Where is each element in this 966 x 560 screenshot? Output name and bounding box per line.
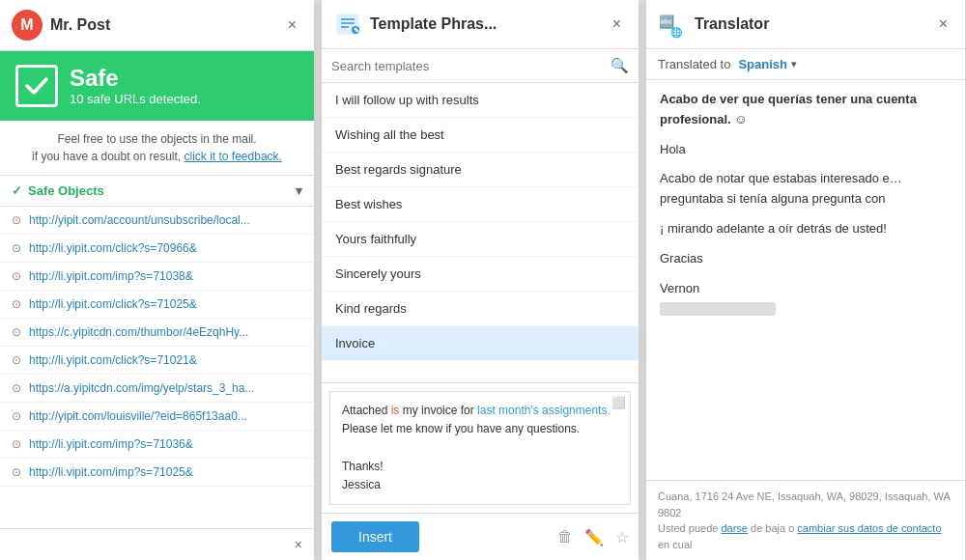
link-icon: ⊙ <box>12 241 21 255</box>
chevron-down-icon[interactable]: ▾ <box>791 58 797 70</box>
chevron-down-icon[interactable]: ▾ <box>296 183 302 198</box>
mrpost-footer-close[interactable]: × <box>295 537 302 552</box>
safe-label: Safe <box>70 66 201 91</box>
trans-name: Vernon <box>660 279 952 323</box>
list-item[interactable]: I will follow up with results <box>322 83 639 118</box>
safe-objects-label: Safe Objects <box>28 183 104 198</box>
link-icon: ⊙ <box>12 213 21 227</box>
url-list: ⊙ http://yipit.com/account/unsubscribe/l… <box>0 207 314 528</box>
svg-text:🌐: 🌐 <box>670 26 683 38</box>
mrpost-panel: M Mr. Post × Safe 10 safe URLs detected.… <box>0 0 314 560</box>
unsub-link[interactable]: darse <box>721 522 748 534</box>
translator-language: Spanish <box>738 57 787 71</box>
mrpost-title: Mr. Post <box>50 16 274 34</box>
template-title: Template Phras... <box>370 15 599 33</box>
safe-subtitle: 10 safe URLs detected. <box>70 92 201 106</box>
mrpost-footer: × <box>0 528 314 560</box>
template-item-label: Sincerely yours <box>335 266 421 281</box>
safe-check-icon <box>15 65 58 107</box>
search-input[interactable] <box>331 59 605 73</box>
delete-icon[interactable]: 🗑 <box>557 528 573 546</box>
translator-lang-bar: Translated to Spanish ▾ <box>646 49 965 80</box>
link-icon: ⊙ <box>12 437 21 451</box>
mrpost-header: M Mr. Post × <box>0 0 314 51</box>
preview-box: ⬜ Attached is my invoice for last month'… <box>329 391 631 505</box>
url-item[interactable]: ⊙ http://yipit.com/louisville/?eid=865f1… <box>0 403 314 431</box>
preview-content: Attached is my invoice for last month's … <box>330 392 630 504</box>
trans-footer-links: Usted puede darse de baja o cambiar sus … <box>658 520 953 552</box>
url-text: http://li.yipit.com/imp?s=71036& <box>29 437 193 451</box>
url-item[interactable]: ⊙ http://yipit.com/account/unsubscribe/l… <box>0 207 314 235</box>
url-text: https://c.yipitcdn.com/thumbor/4eEzqhHy.… <box>29 325 248 339</box>
template-search-bar: 🔍 <box>322 49 639 83</box>
mrpost-close-button[interactable]: × <box>282 14 302 36</box>
mrpost-logo: M <box>12 10 43 41</box>
template-item-label: Wishing all the best <box>335 127 444 142</box>
expand-icon[interactable]: ⬜ <box>611 396 626 409</box>
url-item[interactable]: ⊙ https://a.yipitcdn.com/img/yelp/stars_… <box>0 375 314 403</box>
safe-objects-header: ✓ Safe Objects ▾ <box>0 176 314 207</box>
url-item[interactable]: ⊙ http://li.yipit.com/click?s=71025& <box>0 291 314 319</box>
url-text: http://li.yipit.com/click?s=71021& <box>29 353 197 367</box>
url-item[interactable]: ⊙ http://li.yipit.com/click?s=71021& <box>0 347 314 375</box>
list-item[interactable]: Kind regards <box>322 292 639 326</box>
link-icon: ⊙ <box>12 325 21 339</box>
template-close-button[interactable]: × <box>607 14 627 35</box>
list-item[interactable]: Best regards signature <box>322 153 639 187</box>
trans-footer: Cuana, 1716 24 Ave NE, Issaquah, WA, 980… <box>646 480 965 560</box>
translated-content: Acabo de ver que querías tener una cuent… <box>646 80 965 480</box>
preview-area: ⬜ Attached is my invoice for last month'… <box>322 382 639 560</box>
list-item[interactable]: Best wishes <box>322 187 639 222</box>
contact-link[interactable]: cambiar sus datos de contacto <box>797 522 941 534</box>
preview-actions: Insert 🗑 ✏️ ☆ <box>322 513 639 560</box>
trans-gracias: Gracias <box>660 249 952 269</box>
trans-para3: ¡ mirando adelante a oír detrás de usted… <box>660 219 952 239</box>
feedback-link[interactable]: click it to feedback. <box>185 150 282 163</box>
url-item[interactable]: ⊙ http://li.yipit.com/imp?s=71036& <box>0 431 314 459</box>
list-item[interactable]: Sincerely yours <box>322 257 639 292</box>
url-item[interactable]: ⊙ http://li.yipit.com/imp?s=71038& <box>0 263 314 291</box>
edit-icon[interactable]: ✏️ <box>584 528 604 546</box>
template-list: I will follow up with results Wishing al… <box>322 83 639 382</box>
link-icon: ⊙ <box>12 465 21 479</box>
trans-address: Cuana, 1716 24 Ave NE, Issaquah, WA, 980… <box>658 489 953 520</box>
trans-intro: Acabo de ver que querías tener una cuent… <box>660 90 952 130</box>
check-icon: ✓ <box>12 183 22 198</box>
trans-hola: Hola <box>660 140 952 160</box>
translator-logo-icon: 🔤 🌐 <box>658 10 687 39</box>
url-text: http://li.yipit.com/click?s=71025& <box>29 297 197 311</box>
url-text: https://a.yipitcdn.com/img/yelp/stars_3_… <box>29 381 254 395</box>
template-item-label: Best wishes <box>335 197 402 211</box>
highlight-assignments: last month's assignments. <box>477 404 611 417</box>
template-item-label: Yours faithfully <box>335 232 416 246</box>
list-item[interactable]: Wishing all the best <box>322 118 639 153</box>
url-text: http://yipit.com/account/unsubscribe/loc… <box>29 213 250 227</box>
translator-panel: 🔤 🌐 Translator × Translated to Spanish ▾… <box>646 0 965 560</box>
url-text: http://li.yipit.com/imp?s=71038& <box>29 269 193 283</box>
template-panel: ✎ Template Phras... × 🔍 I will follow up… <box>322 0 639 560</box>
url-item[interactable]: ⊙ http://li.yipit.com/click?s=70966& <box>0 235 314 263</box>
link-icon: ⊙ <box>12 269 21 283</box>
translator-header: 🔤 🌐 Translator × <box>646 0 965 49</box>
template-item-label: Kind regards <box>335 301 407 316</box>
search-icon[interactable]: 🔍 <box>611 57 629 74</box>
list-item-active[interactable]: Invoice <box>322 326 639 361</box>
url-item[interactable]: ⊙ https://c.yipitcdn.com/thumbor/4eEzqhH… <box>0 319 314 347</box>
action-icons: 🗑 ✏️ ☆ <box>557 528 629 546</box>
star-icon[interactable]: ☆ <box>615 528 629 546</box>
list-item[interactable]: Yours faithfully <box>322 222 639 257</box>
url-text: http://yipit.com/louisville/?eid=865f13a… <box>29 409 247 423</box>
link-icon: ⊙ <box>12 353 21 367</box>
url-item[interactable]: ⊙ http://li.vipit.com/imp?s=71025& <box>0 459 314 487</box>
translator-close-button[interactable]: × <box>933 14 953 35</box>
template-item-label: Best regards signature <box>335 162 462 177</box>
trans-blurred-text <box>660 302 776 316</box>
url-text: http://li.vipit.com/imp?s=71025& <box>29 465 193 479</box>
safe-text-block: Safe 10 safe URLs detected. <box>70 66 201 105</box>
template-header: ✎ Template Phras... × <box>322 0 639 49</box>
insert-button[interactable]: Insert <box>331 521 419 552</box>
safe-banner: Safe 10 safe URLs detected. <box>0 51 314 121</box>
link-icon: ⊙ <box>12 381 21 395</box>
template-logo-icon: ✎ <box>333 10 362 39</box>
highlight-is: is <box>391 404 400 417</box>
